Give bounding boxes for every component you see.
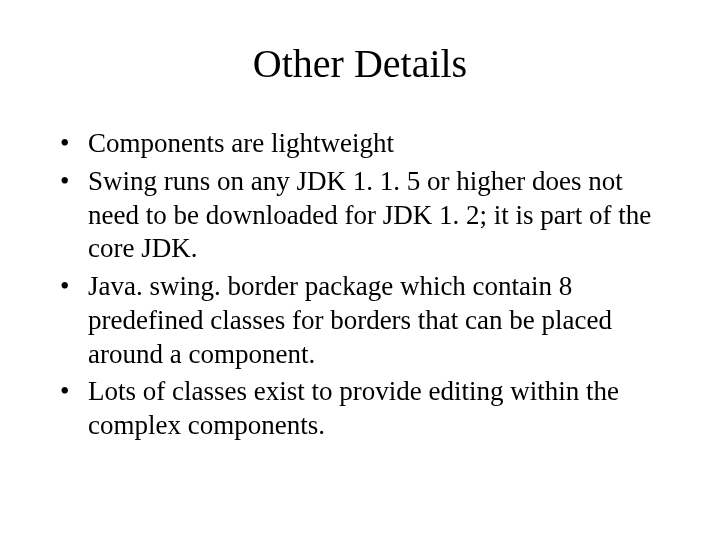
list-item: Lots of classes exist to provide editing…	[60, 375, 680, 443]
slide-title: Other Details	[40, 40, 680, 87]
list-item: Swing runs on any JDK 1. 1. 5 or higher …	[60, 165, 680, 266]
list-item: Java. swing. border package which contai…	[60, 270, 680, 371]
bullet-list: Components are lightweight Swing runs on…	[40, 127, 680, 443]
list-item: Components are lightweight	[60, 127, 680, 161]
